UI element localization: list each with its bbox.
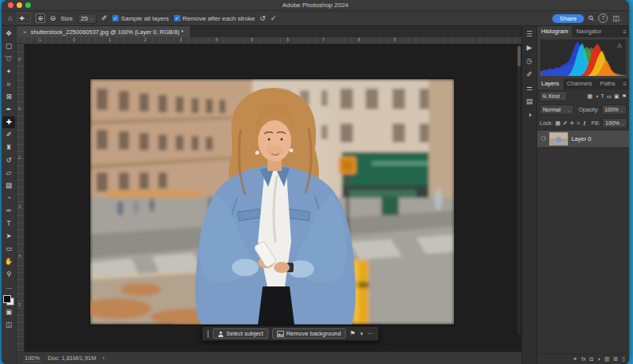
tab-navigator[interactable]: Navigator (572, 26, 605, 37)
lock-all-icon[interactable]: ⚷ (582, 120, 586, 127)
color-swatches[interactable] (3, 295, 14, 305)
brush-settings-icon[interactable]: ✐ (526, 70, 533, 78)
photo-canvas[interactable] (90, 79, 454, 324)
color-icon[interactable]: ◑ (527, 111, 531, 119)
tab-histogram[interactable]: Histogram (537, 26, 572, 37)
type-tool[interactable]: T (2, 218, 15, 229)
tab-layers[interactable]: Layers (537, 78, 563, 89)
close-tab-icon[interactable]: × (23, 28, 27, 36)
history-icon[interactable]: ◷ (526, 57, 533, 65)
add-mode-button[interactable]: ⊕ (36, 13, 45, 23)
move-tool[interactable]: ✥ (2, 28, 15, 40)
workspace-icon[interactable]: ◫⌄ (612, 14, 623, 23)
remove-tool[interactable]: ✚ (2, 116, 15, 128)
tab-paths[interactable]: Paths (596, 78, 619, 89)
clone-stamp-tool[interactable]: ♜ (2, 142, 15, 154)
select-subject-button[interactable]: Select subject (213, 328, 268, 339)
commit-icon[interactable]: ✓ (271, 14, 277, 22)
eraser-tool[interactable]: ▱ (2, 167, 15, 179)
layer-name[interactable]: Layer 0 (571, 135, 591, 142)
lock-pixels-icon[interactable]: ✐ (563, 120, 567, 127)
adjustment-filter-icon[interactable]: ◑ (595, 93, 598, 100)
dodge-tool[interactable]: ◔ (2, 192, 15, 204)
kind-filter-dropdown[interactable]: ⚲Kind⌄ (540, 91, 567, 101)
smart-object-filter-icon[interactable]: ▣ (614, 93, 620, 100)
share-button[interactable]: Share (552, 14, 583, 23)
remove-background-button[interactable]: Remove background (272, 328, 346, 339)
actions-icon[interactable]: ▶ (527, 44, 533, 51)
scrollbar-thumb[interactable] (517, 46, 521, 66)
active-tool-preview[interactable]: ✚⌄ (17, 13, 31, 24)
screen-mode-icon[interactable]: ◫ (2, 319, 15, 331)
link-layers-icon[interactable]: ⚭ (573, 356, 578, 362)
brush-tool[interactable]: ✐ (2, 129, 15, 141)
drag-handle[interactable] (207, 330, 209, 338)
adjustment-layer-icon[interactable]: ◑ (597, 356, 600, 362)
reset-icon[interactable]: ↺ (260, 14, 266, 22)
quick-selection-tool[interactable]: ✦ (2, 66, 15, 78)
tab-channels[interactable]: Channels (563, 78, 597, 89)
warning-icon[interactable]: ⚠ (617, 43, 622, 49)
lock-position-icon[interactable]: ✛ (570, 120, 574, 127)
close-window-button[interactable] (8, 2, 13, 8)
libraries-icon[interactable]: ▤ (526, 97, 533, 105)
frame-tool[interactable]: ⊠ (2, 91, 15, 103)
layers-tab-bar: LayersChannelsPaths ≡ (537, 78, 629, 89)
zoom-level-field[interactable]: 100% (23, 355, 41, 362)
zoom-tool[interactable]: ⚲ (2, 268, 15, 280)
delete-layer-icon[interactable]: ▯ (622, 356, 625, 362)
minimize-window-button[interactable] (17, 2, 22, 8)
pixel-filter-icon[interactable]: ▦ (587, 93, 593, 100)
search-icon[interactable]: ⚲ (586, 13, 596, 23)
more-tools[interactable]: … (2, 281, 15, 293)
shape-filter-icon[interactable]: ▭ (606, 93, 612, 100)
lock-artboard-icon[interactable]: ⌗ (577, 120, 580, 127)
vertical-scrollbar[interactable] (517, 46, 521, 335)
path-selection-tool[interactable]: ➤ (2, 230, 15, 242)
more-options-icon[interactable]: ··· (367, 330, 373, 337)
quick-mask-icon[interactable]: ▣ (2, 306, 15, 318)
blend-mode-dropdown[interactable]: Normal⌄ (540, 104, 574, 115)
status-chevron-icon[interactable]: › (102, 355, 104, 362)
panel-menu-icon[interactable]: ≡ (623, 28, 627, 36)
pen-pressure-icon[interactable]: ✐ (101, 14, 108, 22)
flag-icon[interactable]: ⚑ (350, 330, 355, 337)
shape-tool[interactable]: ▭ (2, 243, 15, 255)
layer-thumbnail[interactable] (549, 132, 568, 146)
marquee-tool[interactable]: ▢ (2, 40, 15, 52)
lasso-tool[interactable]: ➰ (2, 53, 15, 65)
sample-all-layers-checkbox[interactable]: ✓Sample all layers (112, 15, 169, 22)
adjustment-icon[interactable]: ◑ (359, 330, 363, 337)
type-filter-icon[interactable]: T (601, 93, 604, 100)
new-layer-icon[interactable]: ⊞ (613, 356, 618, 362)
foreground-color-swatch[interactable] (3, 295, 11, 303)
home-icon[interactable]: ⌂ (8, 14, 12, 22)
layer-effects-icon[interactable]: fx (582, 356, 586, 362)
pen-tool[interactable]: ✑ (2, 205, 15, 217)
chevron-down-icon: ⌄ (90, 16, 93, 21)
canvas-pasteboard[interactable]: Select subject Remove background ⚑ ◑ ··· (25, 44, 521, 351)
size-dropdown[interactable]: 25⌄ (78, 13, 97, 24)
lock-transparency-icon[interactable]: ▦ (555, 120, 561, 127)
gradient-tool[interactable]: ▨ (2, 180, 15, 191)
remove-after-stroke-checkbox[interactable]: ✓Remove after each stroke (174, 15, 256, 22)
document-tab[interactable]: × shutterstock_2250060537.jpg @ 100% (La… (17, 26, 190, 37)
layer-mask-icon[interactable]: ◘ (589, 356, 593, 362)
fill-dropdown[interactable]: 100%⌄ (602, 118, 627, 128)
history-brush-tool[interactable]: ↺ (2, 154, 15, 166)
zoom-window-button[interactable] (25, 2, 31, 8)
hand-tool[interactable]: ✋ (2, 256, 15, 267)
help-icon[interactable]: ? (598, 13, 608, 23)
layer-row[interactable]: ⚆ Layer 0 (537, 130, 629, 148)
new-group-icon[interactable]: ▥ (605, 356, 610, 362)
layer-visibility-icon[interactable]: ⚆ (540, 135, 546, 142)
properties-icon[interactable]: ☰ (526, 30, 533, 38)
opacity-dropdown[interactable]: 100%⌄ (601, 104, 627, 115)
subtract-mode-button[interactable]: ⊖ (50, 14, 56, 22)
tool-presets-icon[interactable]: ⚌ (526, 84, 533, 92)
panel-menu-icon[interactable]: ≡ (623, 81, 627, 88)
layers-empty-area (537, 148, 629, 354)
filter-pin-icon[interactable]: ⚑ (622, 93, 627, 100)
crop-tool[interactable]: ⌗ (2, 78, 15, 90)
eyedropper-tool[interactable]: ✒ (2, 104, 15, 116)
